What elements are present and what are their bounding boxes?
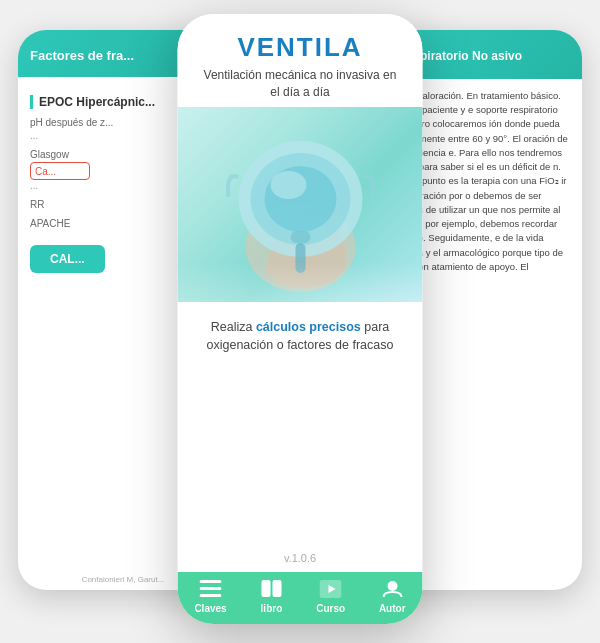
claves-label: Claves bbox=[194, 603, 226, 614]
bottom-nav: Claves libro Curso bbox=[178, 572, 423, 624]
cta-bold: cálculos precisos bbox=[256, 320, 361, 334]
autor-label: Autor bbox=[379, 603, 406, 614]
cta-text: Realiza cálculos precisos para oxigenaci… bbox=[178, 302, 423, 552]
phone-container: Factores de fra... EPOC Hipercápnic... p… bbox=[0, 0, 600, 643]
autor-icon bbox=[381, 580, 403, 601]
svg-rect-11 bbox=[272, 580, 281, 597]
svg-rect-9 bbox=[200, 594, 222, 597]
svg-rect-8 bbox=[200, 587, 222, 590]
svg-point-14 bbox=[387, 581, 397, 591]
calc-button[interactable]: CAL... bbox=[30, 245, 105, 273]
nav-item-curso[interactable]: Curso bbox=[316, 580, 345, 614]
nav-item-libro[interactable]: libro bbox=[260, 580, 282, 614]
svg-rect-7 bbox=[200, 580, 222, 583]
version-text: v.1.0.6 bbox=[178, 552, 423, 572]
curso-icon bbox=[320, 580, 342, 601]
svg-rect-10 bbox=[261, 580, 270, 597]
app-title: VENTILA bbox=[190, 32, 411, 63]
app-subtitle: Ventilación mecánica no invasiva en el d… bbox=[190, 67, 411, 101]
hero-image bbox=[178, 107, 423, 302]
phone-center: VENTILA Ventilación mecánica no invasiva… bbox=[178, 14, 423, 624]
nav-item-autor[interactable]: Autor bbox=[379, 580, 406, 614]
libro-label: libro bbox=[261, 603, 283, 614]
svg-point-4 bbox=[270, 171, 306, 199]
center-top-bar: VENTILA Ventilación mecánica no invasiva… bbox=[178, 14, 423, 107]
claves-icon bbox=[200, 580, 222, 601]
svg-rect-5 bbox=[290, 231, 310, 243]
nav-item-claves[interactable]: Claves bbox=[194, 580, 226, 614]
curso-label: Curso bbox=[316, 603, 345, 614]
left-header-title: Factores de fra... bbox=[30, 48, 134, 63]
cta-prefix: Realiza bbox=[211, 320, 256, 334]
glasgow-input[interactable]: Ca... bbox=[30, 162, 90, 180]
libro-icon bbox=[260, 580, 282, 601]
image-gradient bbox=[178, 262, 423, 302]
